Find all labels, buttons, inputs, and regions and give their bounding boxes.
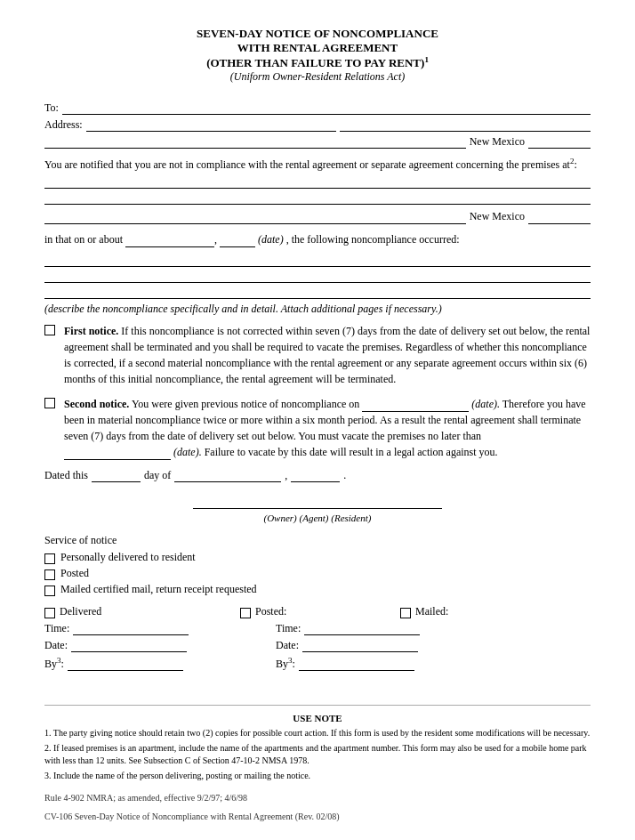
use-note-title: USE NOTE [44,713,591,723]
second-notice-text3: Failure to vacate by this date will resu… [205,446,498,458]
time-label-1: Time: [44,622,69,635]
first-notice-text: First notice. If this noncompliance is n… [64,323,591,387]
title-line1: SEVEN-DAY NOTICE OF NONCOMPLIANCE [44,27,591,41]
delivered-header: Delivered [44,605,240,618]
to-section: To: Address: New Mexico [44,101,591,149]
service-checkbox-3[interactable] [44,586,55,596]
signature-line[interactable] [193,497,442,509]
service-checkbox-2[interactable] [44,569,55,580]
use-note-item-3: 3. Include the name of the person delive… [44,770,591,782]
to-field[interactable] [62,102,591,115]
first-notice-block: First notice. If this noncompliance is n… [44,323,591,387]
title-line3: (OTHER THAN FAILURE TO PAY RENT)1 [44,55,591,70]
date-row: Date: Date: [44,639,591,652]
date-field[interactable] [125,235,214,247]
service-section: Service of notice Personally delivered t… [44,534,591,596]
by-label-1: By3: [44,656,64,671]
delivered-checkbox[interactable] [44,608,55,618]
desc-field3[interactable] [44,287,591,299]
note-divider [44,705,591,706]
time-field-2[interactable] [304,623,420,635]
delivery-section: Delivered Posted: Mailed: Time: Time: Da… [44,605,591,671]
desc-row3 [44,287,591,299]
first-notice-label: First notice. [64,325,118,337]
premises-field1[interactable] [44,176,591,189]
dated-row: Dated this day of , . [44,469,591,482]
posted-label: Posted: [255,605,286,618]
in-that-text: in that on or about [44,233,123,246]
premises-row2 [44,192,591,205]
service-item-2: Posted [44,567,591,580]
address-field1[interactable] [86,119,337,132]
desc-field2[interactable] [44,271,591,283]
second-notice-label: Second notice. [64,398,129,410]
second-notice-date2-field[interactable] [64,448,171,460]
year-field2[interactable] [291,470,340,482]
describe-instruction: (describe the noncompliance specifically… [44,303,591,316]
service-checkbox-1[interactable] [44,553,55,564]
use-note-item-2: 2. If leased premises is an apartment, i… [44,742,591,767]
notification-text: You are notified that you are not in com… [44,158,570,171]
premises-row1 [44,176,591,189]
title-line2: WITH RENTAL AGREEMENT [44,41,591,55]
posted-checkbox[interactable] [240,608,251,618]
footer-form: CV-106 Seven-Day Notice of Noncompliance… [44,812,591,821]
year-field[interactable] [220,235,255,247]
desc-row1 [44,254,591,267]
second-notice-date-label: (date). [471,398,500,410]
service-label-1: Personally delivered to resident [60,551,196,564]
by-label-2: By3: [276,656,295,671]
address-field2[interactable] [340,119,591,132]
premises-zip[interactable] [528,212,591,224]
desc-field1[interactable] [44,254,591,267]
notification-block: You are notified that you are not in com… [44,156,591,224]
date-field-2[interactable] [302,640,418,652]
day-of-label: day of [144,469,171,482]
by-row: By3: By3: [44,656,591,671]
by-field-2[interactable] [299,658,414,671]
to-row: To: [44,101,591,115]
date-label: (date) [258,233,284,246]
premises-nm-row: New Mexico [44,208,591,224]
description-section: (describe the noncompliance specifically… [44,254,591,316]
date-col2: Date: [276,639,418,652]
service-item-3: Mailed certified mail, return receipt re… [44,583,591,596]
date-section: in that on or about , (date) , the follo… [44,231,591,247]
by-field-1[interactable] [68,658,183,671]
date-label-2: Date: [276,639,299,652]
nm-label1: New Mexico [470,135,525,149]
signature-section: (Owner) (Agent) (Resident) [44,497,591,523]
time-label-2: Time: [276,622,301,635]
second-notice-checkbox[interactable] [44,398,55,408]
delivery-header-row: Delivered Posted: Mailed: [44,605,591,618]
footer-section: Rule 4-902 NMRA; as amended, effective 9… [44,793,591,821]
second-notice-block: Second notice. You were given previous n… [44,396,591,460]
premises-field3[interactable] [44,212,466,224]
following-text: , the following noncompliance occurred: [286,233,460,246]
second-notice-date-field[interactable] [362,400,469,412]
month-field[interactable] [174,470,281,482]
address-field3[interactable] [44,136,466,149]
desc-row2 [44,271,591,283]
premises-field2[interactable] [44,192,591,205]
day-number-field[interactable] [92,470,141,482]
time-field-1[interactable] [73,623,189,635]
time-col1: Time: [44,622,240,635]
footer-rule: Rule 4-902 NMRA; as amended, effective 9… [44,793,591,803]
use-note-item-1: 1. The party giving notice should retain… [44,727,591,739]
zip-field[interactable] [528,136,591,149]
service-label-2: Posted [60,567,89,580]
second-notice-text: Second notice. You were given previous n… [64,396,591,460]
posted-header: Posted: [240,605,400,618]
second-notice-text1: You were given previous notice of noncom… [132,398,359,410]
delivered-label: Delivered [60,605,101,618]
time-col2: Time: [276,622,420,635]
by-col1: By3: [44,656,240,671]
dated-this-label: Dated this [44,469,88,482]
mailed-checkbox[interactable] [400,608,411,618]
first-notice-checkbox[interactable] [44,325,55,335]
time-row: Time: Time: [44,622,591,635]
date-field-1[interactable] [71,640,187,652]
service-label-3: Mailed certified mail, return receipt re… [60,583,257,596]
nm-label2: New Mexico [470,208,525,224]
